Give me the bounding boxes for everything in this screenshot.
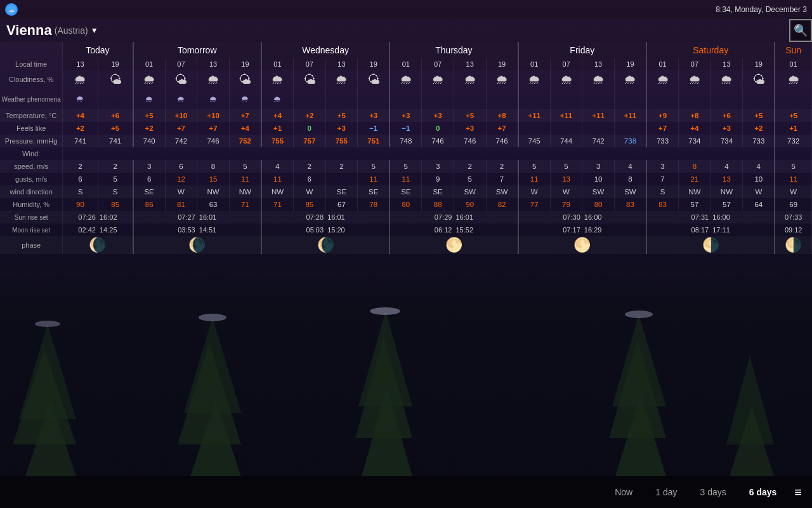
gust-8: 6 <box>294 173 326 185</box>
pr-3: 740 <box>133 135 166 147</box>
nav-3days[interactable]: 3 days <box>695 485 731 500</box>
hum-13: 90 <box>454 198 486 211</box>
wd-13: SW <box>454 185 486 198</box>
gust-13: 5 <box>454 173 486 185</box>
time-f4: 19 <box>614 58 646 70</box>
cloud-16: 🌧 <box>550 70 582 89</box>
cloud-10: 🌤 <box>358 70 390 89</box>
fl-21: +3 <box>710 122 743 135</box>
ph-1: 🌨 <box>63 89 98 109</box>
time-su1: 01 <box>775 58 811 70</box>
ws-22: 4 <box>743 160 775 173</box>
wind-section-label: Wind: <box>0 147 63 160</box>
cloud-13: 🌧 <box>454 70 486 89</box>
search-button[interactable]: 🔍 <box>789 19 812 42</box>
cloud-18: 🌧 <box>614 70 646 89</box>
cloudiness-row: Cloudiness, % 🌧 🌤 🌧 🌤 🌧 🌤 🌧 🌤 🌧 🌤 🌧 🌧 🌧 … <box>0 70 812 89</box>
gust-16: 13 <box>550 173 582 185</box>
moon-today: 02:42 14:25 <box>63 224 133 236</box>
nav-now[interactable]: Now <box>610 485 638 500</box>
gust-22: 10 <box>743 173 775 185</box>
ph-21 <box>710 89 743 109</box>
ph-6: 🌨 <box>229 89 261 109</box>
wd-16: W <box>550 185 582 198</box>
cloud-14: 🌧 <box>486 70 518 89</box>
temp-18: +11 <box>614 109 646 122</box>
fl-13: +3 <box>454 122 486 135</box>
ph-7: 🌧 <box>261 89 294 109</box>
nav-6days[interactable]: 6 days <box>744 485 782 500</box>
day-header-row: Today Tomorrow Wednesday Thursday Friday… <box>0 42 812 58</box>
time-tm2: 07 <box>165 58 197 70</box>
time-w2: 07 <box>294 58 326 70</box>
ws-20: 8 <box>679 160 711 173</box>
temp-6: +7 <box>229 109 261 122</box>
phase-tomorrow: 🌘 <box>133 236 261 254</box>
ws-1: 2 <box>63 160 98 173</box>
topbar: ☁ 8:34, Monday, December 3 <box>0 0 812 19</box>
hum-5: 63 <box>197 198 230 211</box>
wind-empty2 <box>775 147 811 160</box>
gust-12: 9 <box>422 173 454 185</box>
pr-5: 746 <box>197 135 230 147</box>
fl-1: +2 <box>63 122 98 135</box>
pr-17: 742 <box>582 135 615 147</box>
pr-13: 746 <box>454 135 486 147</box>
phase-sun: 🌗 <box>775 236 811 254</box>
weather-table: Today Tomorrow Wednesday Thursday Friday… <box>0 42 812 254</box>
feelslike-label: Feels like <box>0 122 63 135</box>
wd-2: S <box>98 185 133 198</box>
cloud-11: 🌧 <box>390 70 422 89</box>
hum-10: 78 <box>358 198 390 211</box>
time-th3: 13 <box>454 58 486 70</box>
time-tm3: 13 <box>197 58 230 70</box>
ws-16: 5 <box>550 160 582 173</box>
city-name[interactable]: Vienna <box>6 22 52 39</box>
cloud-20: 🌧 <box>679 70 711 89</box>
pr-10: 751 <box>358 135 390 147</box>
gust-2: 5 <box>98 173 133 185</box>
hum-4: 81 <box>165 198 197 211</box>
menu-icon[interactable]: ≡ <box>794 485 802 500</box>
moon-wed: 05:03 15:20 <box>261 224 390 236</box>
temp-15: +11 <box>518 109 551 122</box>
localtime-label: Local time <box>0 58 63 70</box>
wd-23: W <box>775 185 811 198</box>
fl-11: −1 <box>390 122 422 135</box>
dropdown-icon[interactable]: ▼ <box>91 26 98 35</box>
cloud-1: 🌧 <box>63 70 98 89</box>
ph-4: 🌧 <box>165 89 197 109</box>
cloud-4: 🌤 <box>165 70 197 89</box>
fl-4: +7 <box>165 122 197 135</box>
hum-9: 67 <box>325 198 358 211</box>
moonrise-row: Moon rise set 02:42 14:25 03:53 14:51 05… <box>0 224 812 236</box>
fl-23: +1 <box>775 122 811 135</box>
gust-9 <box>325 173 358 185</box>
sun-sun: 07:33 <box>775 211 811 224</box>
gust-20: 21 <box>679 173 711 185</box>
hum-15: 77 <box>518 198 551 211</box>
hum-18: 83 <box>614 198 646 211</box>
ws-9: 2 <box>325 160 358 173</box>
cloud-23: 🌧 <box>775 70 811 89</box>
phenomena-label: Weather phenomena <box>0 89 63 109</box>
sun-thu: 07:29 16:01 <box>390 211 518 224</box>
feelslike-row: Feels like +2 +5 +2 +7 +7 +4 +1 0 +3 −1 … <box>0 122 812 135</box>
pr-7: 755 <box>261 135 294 147</box>
temp-22: +5 <box>743 109 775 122</box>
pr-14: 746 <box>486 135 518 147</box>
temp-20: +8 <box>679 109 711 122</box>
hum-3: 86 <box>133 198 166 211</box>
fl-19: +7 <box>646 122 679 135</box>
cloud-2: 🌤 <box>98 70 133 89</box>
ws-5: 8 <box>197 160 230 173</box>
cloud-19: 🌧 <box>646 70 679 89</box>
nav-1day[interactable]: 1 day <box>650 485 682 500</box>
ph-16 <box>550 89 582 109</box>
wd-18: SW <box>614 185 646 198</box>
day-sunday: Sun <box>775 42 811 58</box>
hum-17: 80 <box>582 198 615 211</box>
wd-20: NW <box>679 185 711 198</box>
ws-23: 5 <box>775 160 811 173</box>
wd-8: W <box>294 185 326 198</box>
